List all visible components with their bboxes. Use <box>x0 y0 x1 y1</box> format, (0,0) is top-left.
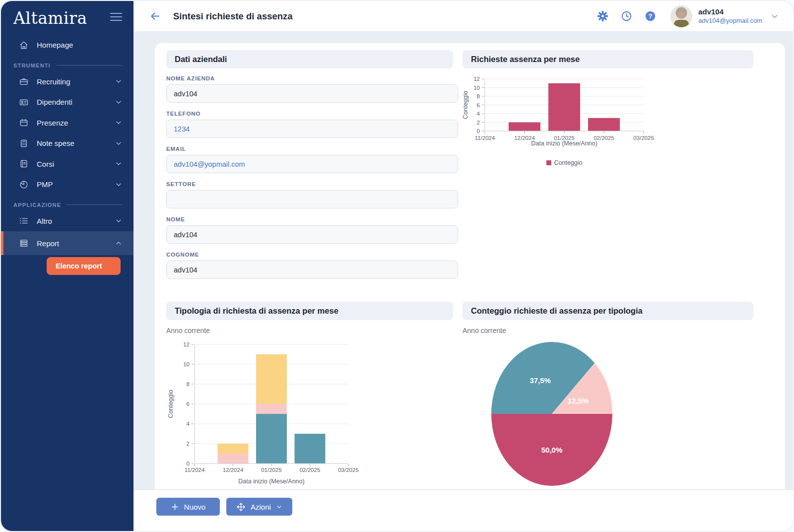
sidebar-item-pmp[interactable]: PMP <box>1 174 133 195</box>
panel-monthly-requests: Richieste assenza per mese 02468101211/2… <box>463 50 753 302</box>
calculator-icon <box>19 138 29 148</box>
sidebar-item-report[interactable]: Report <box>1 231 133 255</box>
app-window: Altamira HomepageSTRUMENTIRecruitingDipe… <box>0 0 794 532</box>
typology-panel-title: Tipologia di richiesta di assenza per me… <box>166 302 453 320</box>
company-form: NOME AZIENDATELEFONOEMAILSETTORENOMECOGN… <box>166 75 453 279</box>
footer-toolbar: Nuovo Azioni <box>133 489 793 531</box>
home-icon <box>19 40 29 50</box>
report-icon <box>19 238 29 248</box>
panel-typology-count: Conteggio richieste di assenza per tipol… <box>463 302 753 489</box>
sidebar-item-label: Presenze <box>37 119 115 127</box>
header-right: ? adv104 adv104@yopmail.com <box>585 5 779 27</box>
new-button[interactable]: Nuovo <box>156 498 220 516</box>
sidebar-item-homepage[interactable]: Homepage <box>1 35 133 56</box>
field-input-nome[interactable] <box>166 225 458 244</box>
field-input-cognome[interactable] <box>166 261 458 279</box>
field-label-settore: SETTORE <box>166 181 453 187</box>
actions-button[interactable]: Azioni <box>226 498 292 516</box>
bar-segment <box>218 444 249 454</box>
user-avatar[interactable] <box>670 5 692 27</box>
chevron-down-icon <box>115 181 123 189</box>
hamburger-menu-icon[interactable] <box>110 12 123 24</box>
x-tick-label: 11/2024 <box>185 467 205 473</box>
content-backdrop: Dati aziendali NOME AZIENDATELEFONOEMAIL… <box>133 32 793 489</box>
field-label-telefono: TELEFONO <box>166 111 453 117</box>
sidebar: Altamira HomepageSTRUMENTIRecruitingDipe… <box>1 1 133 531</box>
help-question-icon[interactable]: ? <box>645 10 656 22</box>
sidebar-item-corsi[interactable]: Corsi <box>1 154 133 175</box>
field-input-settore[interactable] <box>166 190 458 208</box>
sidebar-section-strumenti: STRUMENTI <box>13 63 123 68</box>
svg-text:?: ? <box>649 12 653 20</box>
book-icon <box>19 159 29 169</box>
bar-segment <box>256 414 287 464</box>
pie-slice-label: 50,0% <box>541 446 563 454</box>
field-input-telefono[interactable] <box>166 120 458 138</box>
x-tick-label: 03/2025 <box>338 467 359 473</box>
sidebar-item-dipendenti[interactable]: Dipendenti <box>1 92 133 113</box>
section-label-text: STRUMENTI <box>13 63 51 68</box>
history-clock-icon[interactable] <box>621 10 632 22</box>
bar-segment <box>218 454 249 464</box>
x-axis-title: Data inizio (Mese/Anno) <box>238 478 304 485</box>
page-title: Sintesi richieste di assenza <box>173 11 293 22</box>
pie-slice-label: 12,5% <box>568 397 589 405</box>
y-tick-label: 0 <box>187 461 190 466</box>
x-tick-label: 12/2024 <box>223 467 244 473</box>
sidebar-nav: HomepageSTRUMENTIRecruitingDipendentiPre… <box>1 30 133 531</box>
y-axis-title: Conteggio <box>463 91 469 119</box>
sidebar-item-label: Corsi <box>37 160 115 168</box>
monthly-panel-title: Richieste assenza per mese <box>463 50 753 68</box>
calendar-icon <box>19 118 29 128</box>
user-chevron-down-icon[interactable] <box>770 12 779 21</box>
x-tick-label: 11/2024 <box>475 135 495 141</box>
new-button-label: Nuovo <box>184 503 205 511</box>
x-axis-title: Data inizio (Mese/Anno) <box>531 140 597 147</box>
y-tick-label: 0 <box>477 128 480 134</box>
user-name: adv104 <box>698 7 762 17</box>
field-input-email[interactable] <box>166 155 458 173</box>
sidebar-item-label: Dipendenti <box>37 98 115 106</box>
y-tick-label: 8 <box>187 381 190 387</box>
briefcase-icon <box>19 76 29 86</box>
sidebar-section-applicazione: APPLICAZIONE <box>13 202 123 208</box>
user-menu[interactable]: adv104 adv104@yopmail.com <box>698 7 762 25</box>
section-divider <box>57 65 123 66</box>
section-label-text: APPLICAZIONE <box>13 202 61 208</box>
pie-chart-typology: 37,5%12,5%50,0% <box>463 338 753 489</box>
chevron-down-icon <box>115 98 123 106</box>
sidebar-item-recruiting[interactable]: Recruiting <box>1 71 133 92</box>
settings-gear-icon[interactable] <box>597 10 608 22</box>
y-tick-label: 12 <box>473 76 480 82</box>
main-area: Sintesi richieste di assenza <box>133 1 793 531</box>
move-icon <box>236 502 246 512</box>
field-label-cognome: COGNOME <box>166 252 453 258</box>
bar-segment <box>295 434 326 464</box>
arrow-left-icon <box>149 10 161 22</box>
actions-button-label: Azioni <box>251 503 271 511</box>
x-tick-label: 02/2025 <box>300 467 321 473</box>
field-label-nome: NOME <box>166 216 453 222</box>
bar-segment <box>256 404 287 414</box>
pie-subtitle: Anno corrente <box>463 327 753 335</box>
sidebar-item-altro[interactable]: Altro <box>1 211 133 232</box>
bar-segment <box>509 123 540 132</box>
back-button[interactable] <box>149 10 161 22</box>
page-header: Sintesi richieste di assenza <box>133 1 793 32</box>
y-tick-label: 8 <box>477 93 480 99</box>
section-divider <box>67 204 123 205</box>
chevron-down-icon <box>276 504 282 510</box>
chevron-up-icon <box>115 239 123 247</box>
sidebar-subitem-elenco-report[interactable]: Elenco report <box>47 257 121 275</box>
bar-segment <box>588 118 620 131</box>
typology-subtitle: Anno corrente <box>166 327 453 335</box>
sidebar-item-note-spese[interactable]: Note spese <box>1 133 133 154</box>
x-tick-label: 03/2025 <box>633 135 654 141</box>
sidebar-item-label: Note spese <box>37 139 115 147</box>
field-input-nome-azienda[interactable] <box>166 84 458 103</box>
y-tick-label: 2 <box>477 120 480 126</box>
sidebar-item-presenze[interactable]: Presenze <box>1 113 133 133</box>
chevron-down-icon <box>115 217 123 225</box>
content-card: Dati aziendali NOME AZIENDATELEFONOEMAIL… <box>155 43 785 489</box>
sidebar-logo-row: Altamira <box>1 1 133 30</box>
